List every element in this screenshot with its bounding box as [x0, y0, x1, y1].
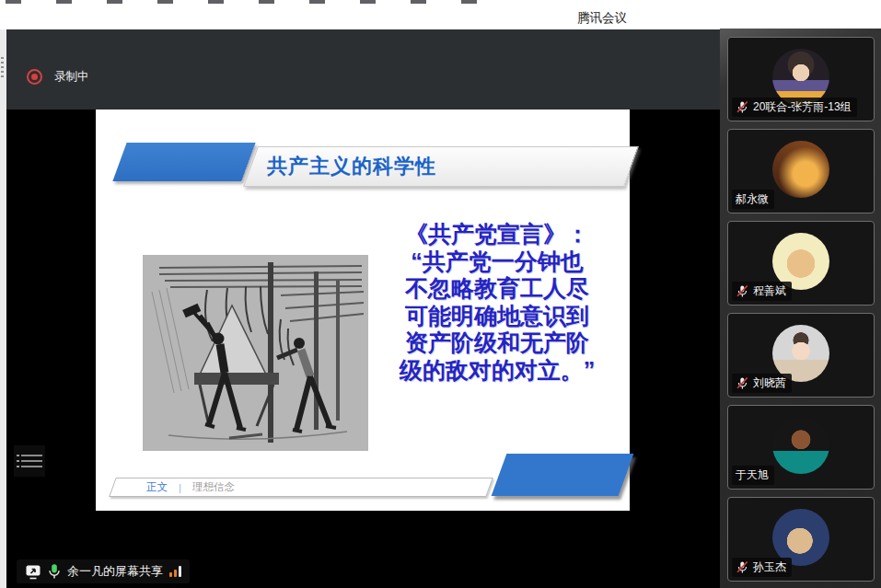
window-title: 腾讯会议 [577, 10, 627, 27]
participant-name: 20联合-张芳雨-13组 [753, 99, 852, 115]
body-line: 《共产党宣言》： [365, 221, 630, 248]
participant-nameplate: 程善斌 [732, 282, 792, 301]
body-line: 级的敌对的对立。” [365, 357, 630, 385]
participant-tile[interactable]: 刘晓茜 [727, 313, 875, 398]
body-line: 不忽略教育工人尽 [365, 275, 630, 303]
participant-avatar [772, 141, 829, 198]
title-accent-parallelogram [112, 143, 255, 181]
tencent-meeting-window: 腾讯会议 录制中 共产主义的科学性 [0, 0, 881, 588]
footer-divider: | [179, 482, 181, 493]
mic-muted-icon [736, 560, 749, 574]
footer-label-right: 理想信念 [192, 480, 235, 494]
body-line: 资产阶级和无产阶 [365, 329, 630, 357]
mic-muted-icon [736, 100, 749, 114]
participant-name: 于天旭 [736, 467, 769, 483]
participant-nameplate: 孙玉杰 [732, 558, 792, 577]
participant-tile[interactable]: 孙玉杰 [727, 497, 875, 582]
footer-accent-parallelogram [492, 454, 634, 496]
body-line: 可能明确地意识到 [365, 303, 630, 330]
screen-share-stage: 录制中 共产主义的科学性 [6, 29, 720, 588]
recording-dot-icon [27, 69, 42, 85]
participant-nameplate: 于天旭 [732, 466, 774, 485]
participant-tile[interactable]: 程善斌 [727, 221, 875, 306]
network-signal-icon [169, 566, 181, 577]
mic-muted-icon [736, 284, 749, 298]
list-menu-icon[interactable] [14, 445, 45, 477]
window-titlebar: 腾讯会议 [0, 4, 881, 30]
participant-name: 郝永微 [736, 191, 769, 207]
recording-indicator[interactable]: 录制中 [27, 69, 89, 85]
participant-tile[interactable]: 20联合-张芳雨-13组 [727, 37, 875, 121]
presentation-slide: 共产主义的科学性 [96, 110, 630, 511]
participant-nameplate: 刘晓茜 [732, 374, 792, 393]
participant-name: 程善斌 [753, 283, 786, 299]
slide-body-text: 《共产党宣言》： “共产党一分钟也 不忽略教育工人尽 可能明确地意识到 资产阶级… [365, 221, 630, 384]
participant-name: 孙玉杰 [753, 559, 786, 575]
screen-share-status-pill[interactable]: 余一凡的屏幕共享 [17, 559, 190, 583]
meeting-toolbar-band: 录制中 [6, 29, 720, 110]
left-edge-strip [0, 29, 6, 588]
participant-nameplate: 郝永微 [732, 190, 774, 209]
footer-label-left: 正文 [146, 480, 168, 494]
participant-tile[interactable]: 于天旭 [727, 405, 875, 490]
footer-strip: 正文 | 理想信念 [109, 478, 493, 497]
participant-tile[interactable]: 郝永微 [727, 129, 875, 213]
participant-tile-list: 20联合-张芳雨-13组 郝永微 程善斌 [720, 29, 881, 582]
active-mic-icon [48, 563, 61, 580]
participant-name: 刘晓茜 [753, 375, 786, 391]
body-line: “共产党一分钟也 [365, 248, 630, 276]
recording-label: 录制中 [54, 69, 89, 85]
slide-title: 共产主义的科学性 [267, 153, 436, 180]
share-status-label: 余一凡的屏幕共享 [67, 563, 163, 580]
participant-avatar [772, 417, 829, 474]
participants-sidebar[interactable]: 20联合-张芳雨-13组 郝永微 程善斌 [720, 29, 881, 588]
participant-nameplate: 20联合-张芳雨-13组 [732, 98, 857, 117]
screen-share-icon [25, 564, 41, 580]
mic-muted-icon [736, 376, 749, 390]
drag-grip-dots-icon[interactable] [1, 57, 4, 77]
loom-engraving-image [143, 255, 368, 451]
